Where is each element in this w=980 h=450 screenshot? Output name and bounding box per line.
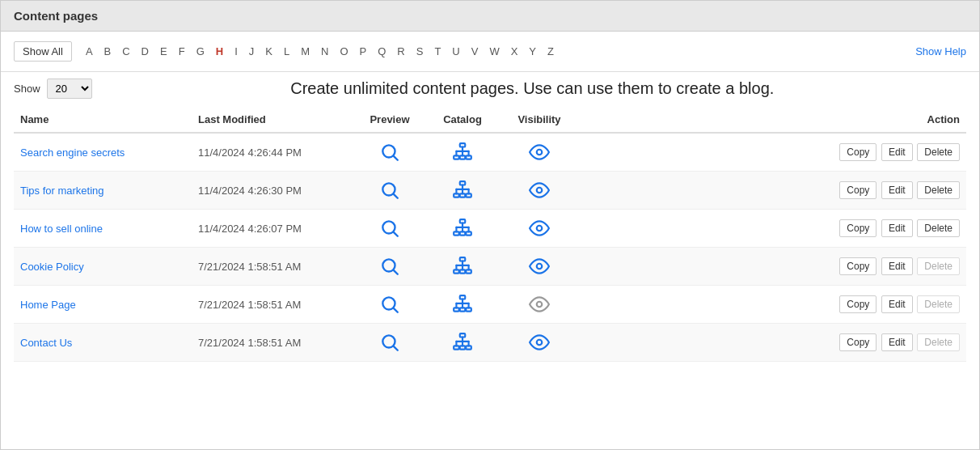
edit-button[interactable]: Edit [881,333,913,351]
page-link[interactable]: Home Page [20,299,76,311]
copy-button[interactable]: Copy [839,181,877,199]
alpha-letter-i[interactable]: I [229,42,243,61]
show-all-button[interactable]: Show All [14,41,72,62]
alpha-letter-n[interactable]: N [315,42,334,61]
alpha-letter-b[interactable]: B [99,42,117,61]
eye-icon[interactable] [529,183,550,195]
alpha-letter-m[interactable]: M [295,42,315,61]
table-row: Cookie Policy 7/21/2024 1:58:51 AM Copy … [14,248,966,286]
delete-button[interactable]: Delete [917,219,960,237]
alpha-letter-j[interactable]: J [243,42,260,61]
show-select[interactable]: 10 20 50 100 [47,79,92,99]
alpha-letter-r[interactable]: R [391,42,410,61]
alpha-letter-z[interactable]: Z [542,42,560,61]
eye-icon[interactable] [529,145,550,157]
cell-preview [353,286,426,324]
page-link[interactable]: Search engine secrets [20,146,125,159]
cell-name: How to sell online [14,210,192,248]
col-action: Action [580,105,966,133]
cell-visibility [499,210,580,248]
copy-button[interactable]: Copy [839,333,877,351]
eye-icon[interactable] [529,221,550,233]
table-body: Search engine secrets 11/4/2024 4:26:44 … [14,133,966,362]
edit-button[interactable]: Edit [881,257,913,275]
alpha-letter-u[interactable]: U [446,42,465,61]
cell-action: Copy Edit Delete [580,248,966,286]
catalog-icon [452,221,473,233]
alpha-letter-e[interactable]: E [154,42,173,61]
page-link[interactable]: Contact Us [20,337,72,349]
svg-point-59 [537,302,543,308]
delete-button: Delete [917,333,960,351]
cell-action: Copy Edit Delete [580,324,966,362]
alpha-letter-y[interactable]: Y [523,42,542,61]
cell-name: Contact Us [14,324,192,362]
cell-action: Copy Edit Delete [580,133,966,172]
search-icon[interactable] [379,221,400,233]
eye-icon[interactable] [529,297,550,309]
search-icon[interactable] [379,297,400,309]
eye-icon[interactable] [529,335,550,347]
cell-preview [353,248,426,286]
page-link[interactable]: Cookie Policy [20,261,84,273]
svg-line-13 [394,194,398,198]
cell-catalog [426,172,499,210]
alpha-letter-l[interactable]: L [278,42,295,61]
page-wrapper: Content pages Show All ABCDEFGHIJKLMNOPQ… [0,0,980,450]
alpha-letter-x[interactable]: X [505,42,524,61]
alpha-letter-h[interactable]: H [210,42,229,61]
eye-icon[interactable] [529,259,550,271]
controls-row: Show 10 20 50 100 Create unlimited conte… [1,72,979,105]
alpha-letter-c[interactable]: C [116,42,135,61]
edit-button[interactable]: Edit [881,181,913,199]
show-help-link[interactable]: Show Help [915,45,966,57]
edit-button[interactable]: Edit [881,295,913,313]
cell-date: 7/21/2024 1:58:51 AM [192,286,353,324]
cell-preview [353,172,426,210]
copy-button[interactable]: Copy [839,143,877,161]
description-text: Create unlimited content pages. Use can … [99,79,966,98]
cell-visibility [499,286,580,324]
col-name: Name [14,105,192,133]
svg-point-11 [537,150,543,155]
col-visibility: Visibility [499,105,580,133]
col-catalog: Catalog [426,105,499,133]
alpha-letter-v[interactable]: V [466,42,484,61]
copy-button[interactable]: Copy [839,295,877,313]
delete-button[interactable]: Delete [917,181,960,199]
alpha-letter-o[interactable]: O [334,42,353,61]
cell-action: Copy Edit Delete [580,286,966,324]
search-icon[interactable] [379,183,400,195]
copy-button[interactable]: Copy [839,219,877,237]
cell-date: 11/4/2024 4:26:07 PM [192,210,353,248]
search-icon[interactable] [379,145,400,157]
table-row: How to sell online 11/4/2024 4:26:07 PM … [14,210,966,248]
page-link[interactable]: Tips for marketing [20,185,104,197]
table-row: Home Page 7/21/2024 1:58:51 AM Copy Edit… [14,286,966,324]
alpha-letter-s[interactable]: S [411,42,429,61]
delete-button[interactable]: Delete [917,143,960,161]
catalog-icon [452,183,473,195]
alpha-letter-p[interactable]: P [354,42,373,61]
edit-button[interactable]: Edit [881,219,913,237]
alpha-letter-t[interactable]: T [429,42,446,61]
letters-container: ABCDEFGHIJKLMNOPQRSTUVWXYZ [80,42,560,61]
alpha-letter-d[interactable]: D [136,42,154,61]
catalog-icon [452,259,473,271]
alpha-letter-a[interactable]: A [80,42,99,61]
cell-date: 7/21/2024 1:58:51 AM [192,324,353,362]
alpha-letter-q[interactable]: Q [372,42,391,61]
page-header: Content pages [1,1,979,32]
page-link[interactable]: How to sell online [20,223,103,235]
svg-line-1 [394,156,398,160]
edit-button[interactable]: Edit [881,143,913,161]
alpha-letter-w[interactable]: W [484,42,505,61]
cell-catalog [426,133,499,172]
copy-button[interactable]: Copy [839,257,877,275]
cell-date: 11/4/2024 4:26:44 PM [192,133,353,172]
alpha-letter-k[interactable]: K [260,42,278,61]
search-icon[interactable] [379,259,400,271]
alpha-letter-g[interactable]: G [191,42,210,61]
alpha-letter-f[interactable]: F [173,42,191,61]
search-icon[interactable] [379,335,400,347]
